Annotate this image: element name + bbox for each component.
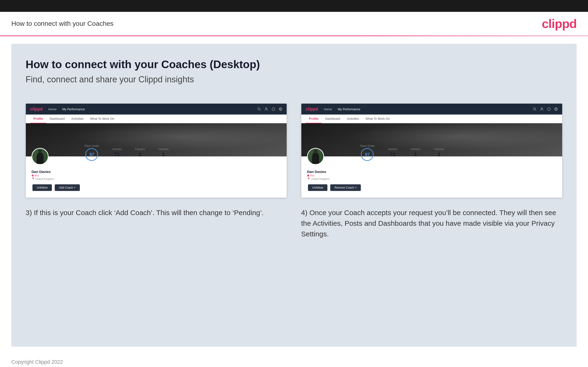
mock-nav-2: clippd Home My Performance [301, 104, 562, 115]
svg-point-11 [541, 108, 543, 109]
stat-followers-1: Followers 1 [128, 148, 152, 158]
copyright: Copyright Clippd 2022 [11, 359, 63, 365]
profile-info-2: Dan Davies Pro 📍 United Kingdom [307, 170, 329, 181]
main-content: How to connect with your Coaches (Deskto… [11, 44, 577, 347]
add-coach-button-1[interactable]: Add Coach + [55, 184, 80, 191]
svg-line-10 [535, 109, 536, 110]
screenshot-col-1: clippd Home My Performance [26, 103, 287, 239]
avatar-figure-2 [312, 152, 319, 164]
stat-activities-label-1: Activities [112, 148, 122, 150]
avatar-2 [307, 148, 324, 165]
user-icon-2[interactable] [540, 107, 544, 111]
mock-buttons-2: Unfollow Remove Coach × [307, 184, 556, 191]
top-bar [0, 0, 588, 12]
profile-name-1: Dan Davies [32, 170, 54, 174]
header-title: How to connect with your Coaches [11, 20, 113, 27]
stat-quality-2: Player Quality 97 [353, 145, 381, 161]
globe-icon-2[interactable] [554, 107, 558, 111]
location-1: 📍 United Kingdom [32, 177, 54, 181]
mock-nav-home-1[interactable]: Home [48, 108, 57, 111]
svg-line-1 [260, 109, 261, 110]
stat-followers-label-1: Followers [135, 148, 145, 150]
svg-text:✓: ✓ [32, 175, 33, 176]
stat-following-value-2: 1 [434, 151, 444, 158]
stat-followers-2: Followers 1 [404, 148, 427, 158]
mock-nav-home-2[interactable]: Home [324, 108, 332, 111]
user-icon-1[interactable] [264, 107, 268, 111]
quality-circle-1: 97 [85, 148, 98, 161]
mock-buttons-1: Unfollow Add Coach + [32, 184, 281, 191]
pro-badge-2: Pro [307, 174, 329, 177]
stat-quality-label-1: Player Quality [84, 145, 99, 147]
tab-dashboard-2[interactable]: Dashboard [322, 115, 344, 123]
footer: Copyright Clippd 2022 [0, 354, 588, 367]
stat-quality-label-2: Player Quality [360, 145, 375, 147]
screenshot-2: clippd Home My Performance [301, 103, 562, 198]
tab-dashboard-1[interactable]: Dashboard [46, 115, 68, 123]
stat-activities-label-2: Activities [388, 148, 397, 150]
stat-activities-2: Activities 71 [381, 148, 404, 158]
svg-point-3 [272, 108, 275, 110]
svg-point-16 [307, 175, 309, 176]
header: How to connect with your Coaches clippd [0, 12, 588, 35]
stat-followers-value-1: 1 [135, 151, 145, 158]
header-divider [0, 35, 588, 36]
mock-logo-2: clippd [306, 107, 318, 112]
unfollow-button-2[interactable]: Unfollow [308, 184, 327, 191]
stats-row-1: Player Quality 97 Activities 71 Follower… [54, 145, 175, 161]
tab-activities-1[interactable]: Activities [68, 115, 87, 123]
profile-name-2: Dan Davies [307, 170, 329, 174]
avatar-figure-1 [36, 152, 43, 164]
tab-what-to-work-on-1[interactable]: What To Work On [87, 115, 118, 123]
stat-quality-1: Player Quality 97 [78, 145, 106, 161]
page-heading: How to connect with your Coaches (Deskto… [26, 58, 562, 71]
bell-icon-2[interactable] [547, 107, 551, 111]
stat-following-2: Following 1 [427, 148, 450, 158]
stat-followers-value-2: 1 [411, 151, 421, 158]
mock-nav-1: clippd Home My Performance [26, 104, 287, 115]
screenshot-col-2: clippd Home My Performance [301, 103, 562, 239]
avatar-1 [32, 148, 49, 165]
svg-point-2 [266, 108, 267, 109]
mock-nav-performance-2[interactable]: My Performance [338, 108, 360, 111]
mock-tabs-2: Profile Dashboard Activities What To Wor… [301, 115, 562, 123]
tab-profile-2[interactable]: Profile [306, 115, 322, 123]
mock-nav-icons-2 [533, 107, 558, 111]
page-subheading: Find, connect and share your Clippd insi… [26, 75, 562, 84]
tab-profile-1[interactable]: Profile [30, 115, 46, 123]
profile-info-1: Dan Davies ✓ Pro 📍 United Kingdom [32, 170, 54, 181]
description-1: 3) If this is your Coach click ‘Add Coac… [26, 207, 287, 218]
globe-icon-1[interactable] [279, 107, 282, 111]
stat-activities-1: Activities 71 [106, 148, 128, 158]
mock-profile-section-2: Dan Davies Pro 📍 United Kingdom [301, 156, 562, 198]
svg-point-12 [547, 108, 550, 110]
search-icon-2[interactable] [533, 107, 536, 111]
location-2: 📍 United Kingdom [307, 177, 329, 181]
mock-nav-performance-1[interactable]: My Performance [62, 108, 85, 111]
stat-following-label-1: Following [158, 148, 168, 150]
search-icon-1[interactable] [257, 107, 261, 111]
stat-following-value-1: 1 [158, 151, 168, 158]
stat-following-label-2: Following [434, 148, 444, 150]
stat-activities-value-1: 71 [112, 151, 122, 158]
mock-nav-icons-1 [257, 107, 282, 111]
stat-activities-value-2: 71 [388, 151, 397, 158]
stat-followers-label-2: Followers [411, 148, 421, 150]
quality-circle-2: 97 [361, 148, 374, 161]
clippd-logo: clippd [542, 17, 577, 31]
stat-following-1: Following 1 [152, 148, 175, 158]
description-2: 4) Once your Coach accepts your request … [301, 207, 562, 239]
bell-icon-1[interactable] [271, 107, 275, 111]
tab-what-to-work-on-2[interactable]: What To Work On [362, 115, 393, 123]
screenshot-1: clippd Home My Performance [26, 103, 287, 198]
tab-activities-2[interactable]: Activities [344, 115, 362, 123]
mock-profile-section-1: Dan Davies ✓ Pro 📍 United Kingdom [26, 156, 287, 198]
remove-coach-button[interactable]: Remove Coach × [330, 184, 361, 191]
stats-row-2: Player Quality 97 Activities 71 Follower… [329, 145, 450, 161]
screenshots-row: clippd Home My Performance [26, 103, 562, 239]
pro-badge-1: ✓ Pro [32, 174, 54, 177]
mock-tabs-1: Profile Dashboard Activities What To Wor… [26, 115, 287, 123]
unfollow-button-1[interactable]: Unfollow [33, 184, 52, 191]
mock-logo-1: clippd [30, 107, 43, 112]
